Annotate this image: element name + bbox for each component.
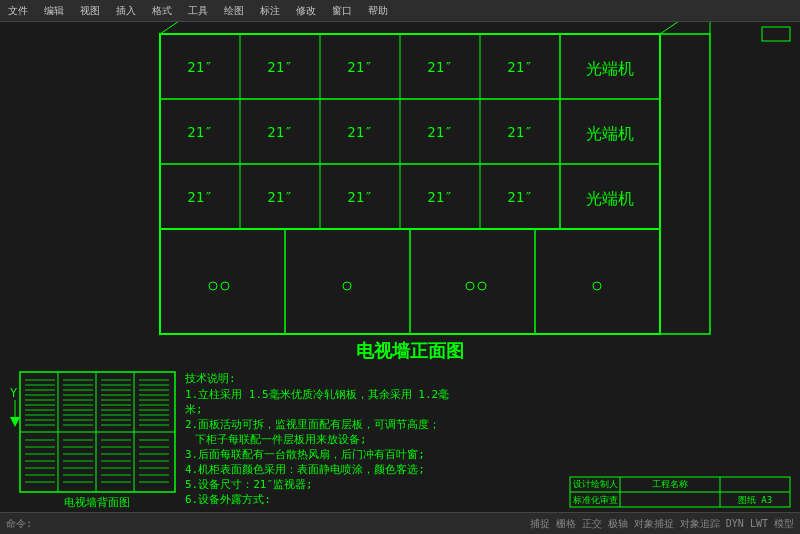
svg-text:工程名称: 工程名称 (652, 479, 688, 489)
toolbar-window[interactable]: 窗口 (328, 3, 356, 19)
svg-rect-148 (762, 27, 790, 41)
svg-text:Y: Y (10, 386, 18, 400)
toolbar-draw[interactable]: 绘图 (220, 3, 248, 19)
svg-text:2.面板活动可拆，监视里面配有层板，可调节高度；: 2.面板活动可拆，监视里面配有层板，可调节高度； (185, 418, 440, 431)
svg-text:21″: 21″ (267, 124, 292, 140)
svg-rect-51 (535, 229, 660, 334)
svg-text:21″: 21″ (507, 124, 532, 140)
svg-rect-46 (285, 229, 410, 334)
svg-text:设计绘制人: 设计绘制人 (573, 479, 618, 489)
svg-text:4.机柜表面颜色采用：表面静电喷涂，颜色客选;: 4.机柜表面颜色采用：表面静电喷涂，颜色客选; (185, 463, 425, 476)
svg-text:下柜子每联配一件层板用来放设备;: 下柜子每联配一件层板用来放设备; (195, 433, 367, 446)
main-svg: 21″ 21″ 21″ 21″ 21″ 光端机 21″ 21″ 21″ 21″ … (0, 22, 800, 512)
svg-text:光端机: 光端机 (586, 59, 634, 78)
svg-text:21″: 21″ (187, 59, 212, 75)
status-options: 捕捉 栅格 正交 极轴 对象捕捉 对象追踪 DYN LWT 模型 (530, 517, 794, 531)
toolbar-format[interactable]: 格式 (148, 3, 176, 19)
svg-point-49 (466, 282, 474, 290)
command-label: 命令: (6, 517, 32, 531)
svg-text:光端机: 光端机 (586, 189, 634, 208)
toolbar-view[interactable]: 视图 (76, 3, 104, 19)
svg-text:21″: 21″ (427, 59, 452, 75)
toolbar-help[interactable]: 帮助 (364, 3, 392, 19)
svg-text:21″: 21″ (347, 124, 372, 140)
toolbar-edit[interactable]: 编辑 (40, 3, 68, 19)
status-bar: 命令: 捕捉 栅格 正交 极轴 对象捕捉 对象追踪 DYN LWT 模型 (0, 512, 800, 534)
svg-rect-48 (410, 229, 535, 334)
svg-text:5.设备尺寸：21″监视器;: 5.设备尺寸：21″监视器; (185, 478, 313, 491)
svg-marker-139 (10, 417, 20, 427)
drawing-area: 21″ 21″ 21″ 21″ 21″ 光端机 21″ 21″ 21″ 21″ … (0, 22, 800, 512)
svg-text:米;: 米; (185, 403, 203, 416)
svg-point-45 (221, 282, 229, 290)
svg-text:21″: 21″ (187, 189, 212, 205)
svg-text:6.设备外露方式:: 6.设备外露方式: (185, 493, 271, 506)
svg-point-47 (343, 282, 351, 290)
svg-text:3.后面每联配有一台散热风扇，后门冲有百叶窗;: 3.后面每联配有一台散热风扇，后门冲有百叶窗; (185, 448, 425, 461)
svg-line-2 (160, 22, 185, 34)
canvas-area: 文件 编辑 视图 插入 格式 工具 绘图 标注 修改 窗口 帮助 (0, 0, 800, 534)
svg-text:21″: 21″ (507, 189, 532, 205)
svg-text:21″: 21″ (267, 59, 292, 75)
toolbar-modify[interactable]: 修改 (292, 3, 320, 19)
svg-text:标准化审查: 标准化审查 (572, 495, 618, 505)
toolbar-dim[interactable]: 标注 (256, 3, 284, 19)
svg-line-3 (660, 22, 685, 34)
svg-point-50 (478, 282, 486, 290)
svg-text:图纸 A3: 图纸 A3 (738, 495, 772, 505)
svg-text:电视墙正面图: 电视墙正面图 (356, 340, 464, 361)
svg-text:21″: 21″ (427, 124, 452, 140)
svg-text:1.立柱采用 1.5毫米优质冷轧钢板，其余采用 1.2毫: 1.立柱采用 1.5毫米优质冷轧钢板，其余采用 1.2毫 (185, 388, 449, 401)
svg-text:21″: 21″ (507, 59, 532, 75)
svg-rect-1 (660, 34, 710, 334)
svg-point-52 (593, 282, 601, 290)
toolbar-insert[interactable]: 插入 (112, 3, 140, 19)
svg-text:技术说明:: 技术说明: (184, 372, 236, 385)
svg-text:光端机: 光端机 (586, 124, 634, 143)
toolbar-file[interactable]: 文件 (4, 3, 32, 19)
svg-text:21″: 21″ (347, 189, 372, 205)
svg-text:21″: 21″ (347, 59, 372, 75)
svg-text:电视墙背面图: 电视墙背面图 (64, 496, 130, 509)
svg-text:21″: 21″ (187, 124, 212, 140)
svg-text:21″: 21″ (427, 189, 452, 205)
toolbar-tools[interactable]: 工具 (184, 3, 212, 19)
svg-text:21″: 21″ (267, 189, 292, 205)
toolbar: 文件 编辑 视图 插入 格式 工具 绘图 标注 修改 窗口 帮助 (0, 0, 800, 22)
svg-rect-43 (160, 229, 285, 334)
svg-point-44 (209, 282, 217, 290)
